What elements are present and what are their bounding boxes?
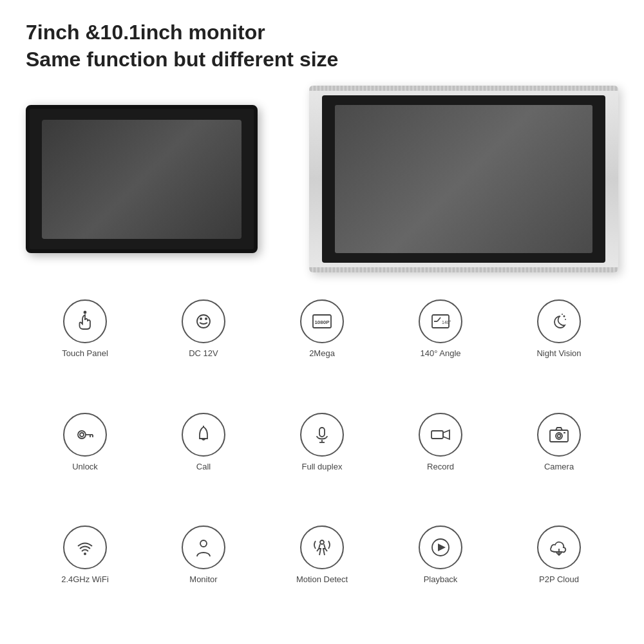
playback-icon [419, 526, 462, 569]
feature-item-dc-12v: DC 12V [144, 292, 263, 405]
full-duplex-label: Full duplex [302, 462, 343, 471]
touch-panel-icon [63, 299, 107, 343]
svg-point-10 [562, 314, 563, 315]
svg-rect-17 [431, 431, 443, 439]
feature-item-motion-detect: Motion Detect [263, 518, 381, 631]
feature-item-unlock: Unlock [26, 405, 144, 518]
dc-12v-label: DC 12V [189, 348, 218, 358]
feature-item-wifi: 2.4GHz WiFi [26, 518, 144, 631]
camera-icon [537, 413, 581, 457]
motion-detect-label: Motion Detect [296, 574, 348, 584]
svg-point-20 [558, 434, 561, 437]
night-vision-icon [537, 299, 581, 343]
svg-rect-21 [564, 432, 565, 433]
svg-point-2 [200, 317, 202, 320]
title-line2: Same function but different size [26, 46, 618, 73]
svg-point-22 [84, 553, 86, 555]
wifi-label: 2.4GHz WiFi [61, 574, 109, 584]
feature-item-full-duplex: Full duplex [263, 405, 381, 518]
motion-detect-icon [300, 526, 344, 569]
feature-item-140-angle: 140° 140° Angle [381, 292, 500, 405]
dc-12v-icon [182, 299, 225, 343]
header: 7inch &10.1inch monitor Same function bu… [26, 19, 618, 73]
monitor-icon [182, 526, 225, 569]
svg-text:1080P: 1080P [314, 319, 330, 325]
2mega-icon: 1080P [300, 299, 344, 343]
unlock-icon [63, 413, 107, 457]
feature-item-2mega: 1080P 2Mega [263, 292, 381, 405]
svg-rect-14 [319, 428, 325, 437]
svg-point-24 [320, 540, 324, 544]
touch-panel-label: Touch Panel [62, 348, 108, 358]
feature-item-call: Call [144, 405, 263, 518]
monitor-small-screen [42, 120, 242, 239]
monitor-large-frame [309, 86, 618, 272]
feature-item-monitor: Monitor [144, 518, 263, 631]
svg-point-19 [556, 433, 562, 439]
feature-item-record: Record [381, 405, 500, 518]
p2p-cloud-icon [537, 526, 581, 569]
call-icon [182, 413, 225, 457]
record-label: Record [427, 462, 454, 471]
svg-point-0 [84, 312, 86, 314]
monitor-large-inner [322, 95, 605, 263]
camera-label: Camera [544, 462, 574, 471]
svg-point-23 [200, 540, 207, 547]
monitor-large-wrapper [309, 86, 618, 272]
svg-text:140°: 140° [442, 320, 451, 325]
monitor-label: Monitor [189, 574, 217, 584]
svg-point-1 [197, 315, 210, 328]
monitors-section [26, 86, 618, 272]
record-icon [419, 413, 462, 457]
svg-point-3 [205, 317, 207, 320]
feature-item-p2p-cloud: P2P Cloud [500, 518, 618, 631]
feature-item-night-vision: Night Vision [500, 292, 618, 405]
wifi-icon [63, 526, 107, 569]
feature-item-playback: Playback [381, 518, 500, 631]
playback-label: Playback [424, 574, 458, 584]
svg-rect-18 [550, 430, 568, 442]
svg-point-8 [564, 316, 565, 317]
night-vision-label: Night Vision [536, 348, 581, 358]
monitor-small [26, 105, 258, 253]
svg-point-11 [78, 431, 86, 439]
svg-point-12 [80, 433, 84, 437]
page: 7inch &10.1inch monitor Same function bu… [0, 0, 644, 644]
features-grid: Touch Panel DC 12V 1080P 2Mega 140° 140°… [26, 292, 618, 631]
2mega-label: 2Mega [309, 348, 335, 358]
monitor-large-screen [335, 105, 592, 253]
feature-item-touch-panel: Touch Panel [26, 292, 144, 405]
140-angle-label: 140° Angle [420, 348, 460, 358]
unlock-label: Unlock [72, 462, 98, 471]
title-line1: 7inch &10.1inch monitor [26, 19, 618, 46]
140-angle-icon: 140° [419, 299, 462, 343]
svg-point-9 [565, 319, 566, 320]
full-duplex-icon [300, 413, 344, 457]
feature-item-camera: Camera [500, 405, 618, 518]
p2p-cloud-label: P2P Cloud [539, 574, 579, 584]
call-label: Call [196, 462, 211, 471]
